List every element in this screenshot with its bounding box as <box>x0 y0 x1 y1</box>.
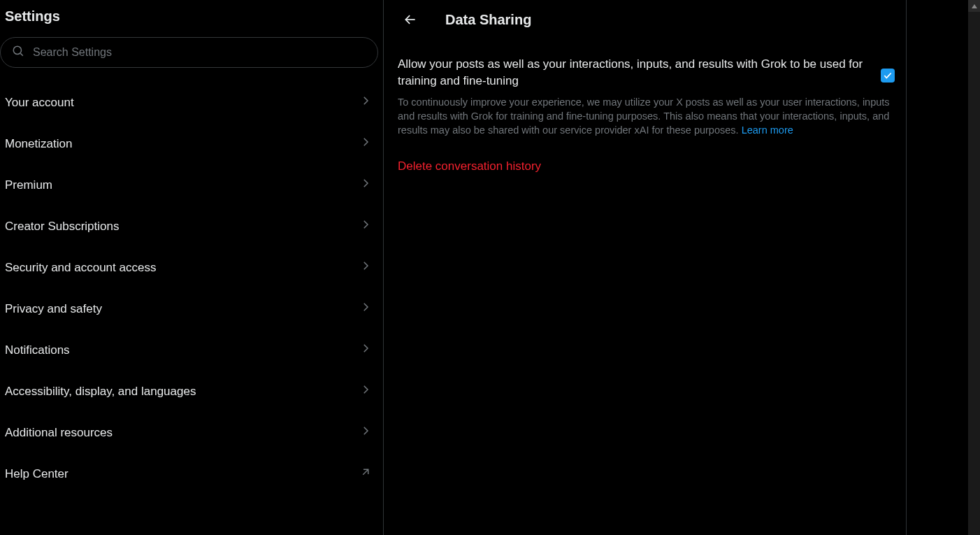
chevron-right-icon <box>359 425 372 441</box>
nav-list: Your accountMonetizationPremiumCreator S… <box>0 75 383 494</box>
sidebar-item-notifications[interactable]: Notifications <box>0 329 383 371</box>
external-link-icon <box>359 466 372 482</box>
settings-sidebar: Settings Your accountMonetizationPremium… <box>0 0 384 535</box>
chevron-right-icon <box>359 177 372 193</box>
sidebar-item-accessibility-display-and-languages[interactable]: Accessibility, display, and languages <box>0 371 383 412</box>
sidebar-item-your-account[interactable]: Your account <box>0 82 383 123</box>
svg-point-0 <box>13 46 21 54</box>
setting-description: To continuously improve your experience,… <box>398 90 895 137</box>
sidebar-item-label: Notifications <box>5 343 70 357</box>
sidebar-item-premium[interactable]: Premium <box>0 164 383 206</box>
setting-row: Allow your posts as well as your interac… <box>398 56 895 90</box>
sidebar-item-security-and-account-access[interactable]: Security and account access <box>0 247 383 288</box>
setting-label: Allow your posts as well as your interac… <box>398 56 868 90</box>
learn-more-link[interactable]: Learn more <box>742 124 793 136</box>
chevron-right-icon <box>359 259 372 276</box>
sidebar-item-additional-resources[interactable]: Additional resources <box>0 412 383 453</box>
sidebar-item-label: Privacy and safety <box>5 302 102 316</box>
sidebar-item-label: Help Center <box>5 467 69 481</box>
sidebar-item-privacy-and-safety[interactable]: Privacy and safety <box>0 288 383 329</box>
right-gutter <box>907 0 980 535</box>
chevron-right-icon <box>359 218 372 234</box>
sidebar-title: Settings <box>0 0 383 37</box>
sidebar-item-label: Monetization <box>5 137 72 151</box>
back-button[interactable] <box>398 7 423 32</box>
sidebar-item-monetization[interactable]: Monetization <box>0 123 383 164</box>
sidebar-item-label: Accessibility, display, and languages <box>5 385 196 399</box>
sidebar-item-help-center[interactable]: Help Center <box>0 453 383 494</box>
svg-marker-4 <box>972 4 977 8</box>
search-box[interactable] <box>0 37 378 68</box>
svg-line-1 <box>20 53 22 55</box>
sidebar-item-label: Additional resources <box>5 426 113 440</box>
scrollbar-up-button[interactable] <box>968 0 980 12</box>
chevron-right-icon <box>359 301 372 317</box>
scrollbar-track[interactable] <box>968 0 980 535</box>
sidebar-item-label: Creator Subscriptions <box>5 220 119 234</box>
svg-line-2 <box>363 469 368 475</box>
sidebar-item-label: Your account <box>5 96 74 110</box>
page-title: Data Sharing <box>445 12 531 28</box>
main-header: Data Sharing <box>384 0 906 42</box>
chevron-right-icon <box>359 94 372 110</box>
chevron-right-icon <box>359 342 372 358</box>
delete-conversation-history[interactable]: Delete conversation history <box>384 143 906 183</box>
search-wrap <box>0 37 383 75</box>
search-icon <box>12 45 24 60</box>
sidebar-item-creator-subscriptions[interactable]: Creator Subscriptions <box>0 206 383 247</box>
setting-block: Allow your posts as well as your interac… <box>384 42 906 143</box>
chevron-right-icon <box>359 383 372 399</box>
main-panel: Data Sharing Allow your posts as well as… <box>384 0 907 535</box>
sidebar-item-label: Security and account access <box>5 261 156 275</box>
setting-description-text: To continuously improve your experience,… <box>398 97 890 136</box>
sidebar-item-label: Premium <box>5 178 52 192</box>
search-input[interactable] <box>33 46 366 59</box>
chevron-right-icon <box>359 136 372 152</box>
training-checkbox[interactable] <box>881 69 895 83</box>
